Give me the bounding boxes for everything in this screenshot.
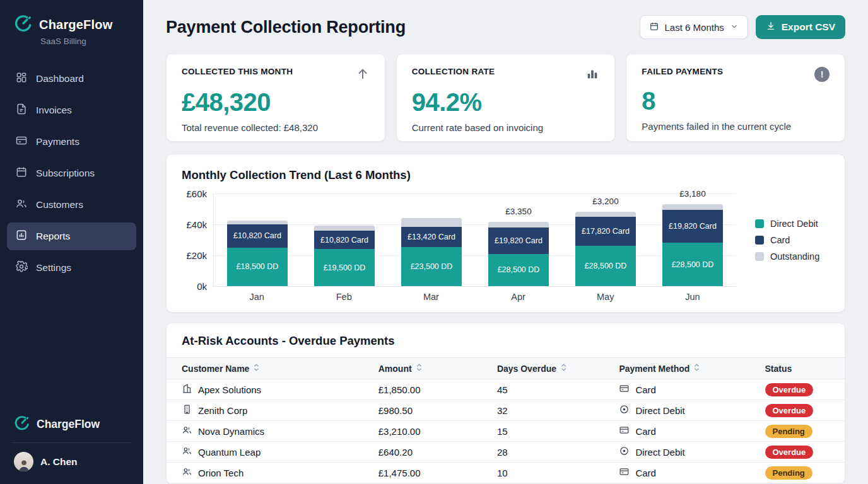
legend-swatch (755, 236, 764, 245)
bar-value-label: £3,200 (575, 197, 636, 206)
sort-icon (560, 363, 567, 374)
y-axis-tick: 0k (197, 281, 207, 292)
days-overdue-cell: 32 (482, 405, 604, 416)
arrow-up-icon (356, 67, 370, 83)
dashboard-grid-icon (15, 71, 28, 86)
status-cell: Pending (750, 466, 845, 480)
bar-segment-direct-debit: £28,500 DD (575, 246, 636, 286)
kpi-subtitle: Payments failed in the current cycle (642, 121, 830, 132)
legend-item-card: Card (755, 235, 830, 245)
kpi-card-collection-rate: COLLECTION RATE 94.2% Current rate based… (396, 54, 616, 142)
days-overdue-cell: 45 (482, 384, 604, 395)
kpi-label: FAILED PAYMENTS (642, 67, 723, 76)
column-header-status: Status (750, 362, 845, 375)
sidebar-item-reports[interactable]: Reports (7, 222, 136, 250)
export-csv-button[interactable]: Export CSV (756, 15, 845, 39)
chart-bar-jan[interactable]: £10,820 Card£18,500 DD (227, 221, 288, 286)
credit-card-icon (15, 134, 28, 149)
main-content: Payment Collection Reporting Last 6 Mont… (143, 0, 868, 484)
sidebar-item-subscriptions[interactable]: Subscriptions (7, 159, 136, 187)
report-chart-icon (15, 229, 28, 244)
kpi-value: 8 (642, 87, 830, 115)
legend-swatch (755, 252, 764, 261)
table-row[interactable]: Quantum Leap£640.2028Direct DebitOverdue (167, 442, 845, 463)
user-profile[interactable]: A. Chen (0, 443, 143, 474)
column-header-label: Days Overdue (497, 364, 556, 374)
kpi-value: £48,320 (182, 88, 370, 117)
column-header-amount[interactable]: Amount (363, 362, 482, 375)
payment-method-label: Card (635, 426, 656, 437)
sidebar-item-dashboard[interactable]: Dashboard (7, 65, 136, 93)
column-header-customer-name[interactable]: Customer Name (167, 362, 363, 375)
kpi-card-failed-payments: FAILED PAYMENTS ! 8 Payments failed in t… (626, 54, 845, 142)
table-row[interactable]: Zenith Corp£980.5032Direct DebitOverdue (167, 400, 845, 421)
status-cell: Overdue (750, 383, 845, 396)
customer-name: Nova Dynamics (198, 426, 264, 437)
date-range-dropdown[interactable]: Last 6 Months (640, 15, 748, 39)
card-icon (619, 425, 630, 437)
sidebar-item-payments[interactable]: Payments (7, 128, 136, 156)
status-badge: Pending (765, 425, 812, 438)
direct-debit-icon (619, 446, 630, 458)
x-axis-label: Feb (314, 292, 374, 302)
building-icon (182, 383, 192, 396)
chart-bar-may[interactable]: £3,200£17,820 Card£28,500 DD (575, 212, 636, 286)
sidebar-item-settings[interactable]: Settings (7, 254, 136, 282)
chart-plot-area: £10,820 Card£18,500 DD£10,820 Card£19,50… (213, 193, 736, 287)
bar-segment-direct-debit: £19,500 DD (314, 249, 375, 286)
legend-swatch (755, 219, 764, 228)
status-cell: Pending (750, 425, 845, 438)
table-row[interactable]: Nova Dynamics£3,210.0015CardPending (167, 421, 845, 442)
kpi-card-collected: COLLECTED THIS MONTH £48,320 Total reven… (166, 54, 385, 142)
export-csv-label: Export CSV (782, 21, 835, 33)
table-title: At-Risk Accounts - Overdue Payments (167, 323, 845, 357)
column-header-days-overdue[interactable]: Days Overdue (482, 362, 604, 375)
chart-x-axis: JanFebMarAprMayJun (213, 292, 736, 302)
chart-bar-mar[interactable]: £13,420 Card£23,500 DD (401, 218, 462, 286)
sidebar-item-customers[interactable]: Customers (7, 191, 136, 219)
sidebar-item-label: Dashboard (36, 73, 84, 84)
x-axis-label: Apr (488, 292, 549, 302)
table-row[interactable]: Apex Solutions£1,850.0045CardOverdue (167, 379, 845, 400)
legend-label: Outstanding (770, 251, 819, 262)
payment-method-cell: Card (604, 425, 749, 437)
sidebar-item-invoices[interactable]: Invoices (7, 96, 136, 124)
payment-method-cell: Card (604, 383, 749, 396)
bar-segment-outstanding (488, 222, 549, 228)
sort-icon (253, 363, 260, 374)
date-range-label: Last 6 Months (665, 22, 724, 33)
users-icon (182, 425, 192, 437)
days-overdue-cell: 10 (482, 468, 604, 478)
users-icon (182, 446, 192, 458)
y-axis-tick: £40k (186, 219, 207, 230)
bar-segment-card: £10,820 Card (227, 224, 288, 248)
chart-bar-feb[interactable]: £10,820 Card£19,500 DD (314, 226, 375, 286)
legend-label: Direct Debit (770, 219, 818, 229)
amount-cell: £3,210.00 (363, 426, 482, 437)
download-icon (766, 21, 776, 33)
payment-method-cell: Card (604, 466, 749, 479)
card-icon (619, 466, 630, 479)
sidebar-item-label: Reports (36, 231, 70, 242)
bar-segment-outstanding (314, 226, 375, 230)
legend-label: Card (770, 235, 790, 245)
column-header-label: Amount (378, 364, 412, 374)
direct-debit-icon (619, 404, 630, 417)
column-header-payment-method[interactable]: Payment Method (604, 362, 749, 375)
kpi-subtitle: Total revenue collected: £48,320 (182, 122, 370, 133)
column-header-label: Customer Name (182, 364, 249, 374)
sidebar-item-label: Subscriptions (36, 168, 95, 179)
customer-name: Orion Tech (198, 468, 243, 478)
chart-bar-jun[interactable]: £3,180£19,820 Card£28,500 DD (662, 204, 723, 286)
bar-segment-card: £19,820 Card (662, 210, 723, 243)
legend-item-direct-debit: Direct Debit (755, 219, 830, 229)
gear-icon (15, 260, 28, 275)
table-row[interactable]: Orion Tech£1,475.0010CardPending (167, 463, 845, 483)
bar-value-label: £3,180 (662, 189, 723, 199)
chart-bar-apr[interactable]: £3,350£19,820 Card£28,500 DD (488, 222, 549, 286)
bar-segment-outstanding (575, 212, 636, 216)
avatar (14, 452, 33, 471)
x-axis-label: Mar (401, 292, 461, 302)
customer-cell: Orion Tech (167, 466, 363, 479)
customer-cell: Quantum Leap (167, 446, 363, 458)
